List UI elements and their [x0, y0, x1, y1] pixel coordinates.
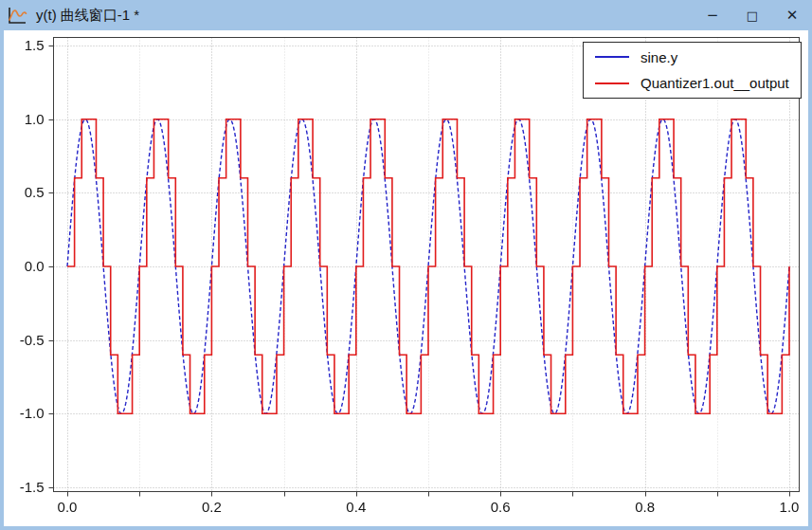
plot-region: sine.y Quantizer1.out__output	[4, 30, 808, 526]
window-title: y(t) 曲线窗口-1 *	[36, 7, 139, 25]
titlebar[interactable]: y(t) 曲线窗口-1 * − □ ✕	[0, 0, 812, 30]
plot-canvas[interactable]	[4, 30, 808, 526]
legend: sine.y Quantizer1.out__output	[583, 42, 802, 99]
curve-plot-icon	[5, 4, 29, 27]
legend-line-sample-1	[595, 82, 629, 84]
window-controls: − □ ✕	[693, 0, 812, 30]
legend-label: Quantizer1.out__output	[641, 75, 789, 91]
legend-line-sample-0	[595, 56, 629, 58]
maximize-button[interactable]: □	[732, 0, 772, 30]
legend-entry-quantizer[interactable]: Quantizer1.out__output	[584, 72, 801, 95]
curve-window: y(t) 曲线窗口-1 * − □ ✕ sine.y Quantizer1.ou…	[0, 0, 812, 530]
close-button[interactable]: ✕	[772, 0, 812, 30]
legend-label: sine.y	[641, 49, 677, 65]
minimize-button[interactable]: −	[693, 0, 732, 30]
legend-entry-sine[interactable]: sine.y	[584, 46, 801, 68]
